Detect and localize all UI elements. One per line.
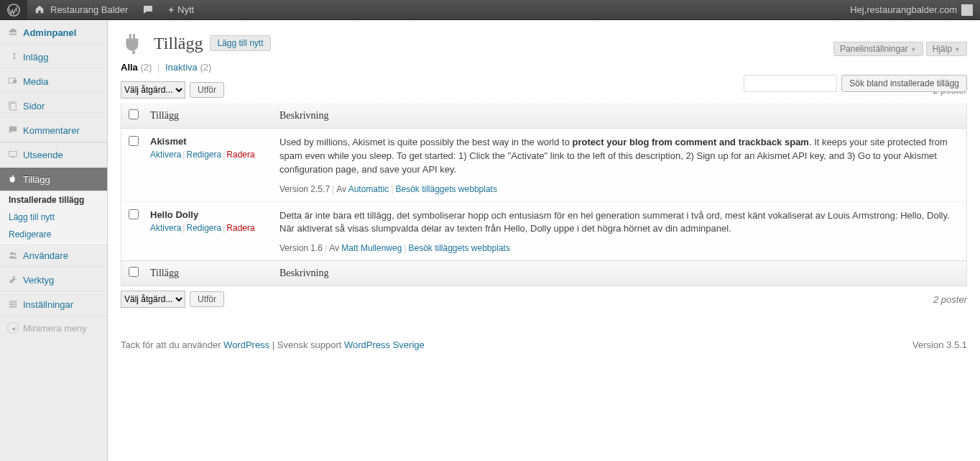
sidebar-item-comments[interactable]: Kommentarer <box>0 118 107 142</box>
collapse-menu[interactable]: ◂ Minimera meny <box>0 316 107 339</box>
activate-link[interactable]: Aktivera <box>150 223 181 233</box>
sidebar-label: Inlägg <box>23 52 48 63</box>
akismet-signup-link[interactable]: Sign up for an Akismet API key <box>697 150 824 161</box>
plugins-page-icon <box>121 30 147 56</box>
bulk-apply-bottom[interactable]: Utför <box>190 291 224 307</box>
svg-rect-6 <box>11 157 14 158</box>
plugin-search-input[interactable] <box>744 75 837 92</box>
comments-icon <box>7 124 19 136</box>
svg-point-12 <box>10 301 12 303</box>
sidebar-label: Adminpanel <box>23 27 76 38</box>
sidebar-item-settings[interactable]: Inställningar <box>0 292 107 316</box>
collapse-label: Minimera meny <box>23 323 87 334</box>
sidebar-item-dashboard[interactable]: Adminpanel <box>0 20 107 45</box>
svg-point-13 <box>13 303 15 306</box>
my-account[interactable]: Hej, restaurangbalder.com <box>843 0 980 19</box>
edit-link[interactable]: Redigera <box>186 223 221 233</box>
plugin-row: Hello Dolly Aktivera|Redigera|Radera Det… <box>121 201 967 261</box>
delete-link[interactable]: Radera <box>226 150 254 160</box>
avatar <box>961 4 973 16</box>
tools-icon <box>7 274 19 286</box>
svg-point-8 <box>14 253 17 256</box>
col-desc-footer[interactable]: Beskrivning <box>274 261 967 286</box>
sidebar-label: Användare <box>23 250 68 261</box>
submenu-installed-plugins[interactable]: Installerade tillägg <box>0 191 107 209</box>
filter-inactive[interactable]: Inaktiva <box>165 62 198 73</box>
submenu-plugin-editor[interactable]: Redigerare <box>0 226 107 243</box>
add-new-plugin-button[interactable]: Lägg till nytt <box>210 35 270 51</box>
select-plugin-checkbox[interactable] <box>129 209 139 219</box>
new-content[interactable]: + Nytt <box>161 0 201 19</box>
wordpress-link[interactable]: WordPress <box>223 339 269 350</box>
plugin-meta: Version 1.6|Av Matt Mullenweg|Besök till… <box>279 243 961 253</box>
plugin-author-link[interactable]: Automattic <box>348 184 389 194</box>
plugin-description: Used by millions, Akismet is quite possi… <box>279 136 961 177</box>
select-plugin-checkbox[interactable] <box>129 136 139 146</box>
sidebar-label: Verktyg <box>23 275 54 286</box>
bulk-apply-top[interactable]: Utför <box>190 82 224 98</box>
plugin-site-link[interactable]: Besök tilläggets webbplats <box>408 243 509 253</box>
sidebar-item-posts[interactable]: Inlägg <box>0 45 107 69</box>
users-icon <box>7 250 19 261</box>
sidebar-item-appearance[interactable]: Utseende <box>0 142 107 167</box>
collapse-icon: ◂ <box>7 322 19 334</box>
submenu-add-new-plugin[interactable]: Lägg till nytt <box>0 209 107 226</box>
dashboard-icon <box>7 27 19 38</box>
bulk-action-select-bottom[interactable]: Välj åtgärd... <box>121 291 185 308</box>
delete-link[interactable]: Radera <box>226 223 254 233</box>
col-plugin-header[interactable]: Tillägg <box>144 104 274 129</box>
col-plugin-footer[interactable]: Tillägg <box>144 261 274 286</box>
filter-all[interactable]: Alla <box>121 62 138 73</box>
sidebar-label: Media <box>23 76 48 87</box>
wp-version: Version 3.5.1 <box>912 339 967 350</box>
comments-bubble[interactable] <box>135 0 161 19</box>
sidebar-item-tools[interactable]: Verktyg <box>0 268 107 292</box>
plugin-site-link[interactable]: Besök tilläggets webbplats <box>395 184 496 194</box>
plugin-version: Version 1.6 <box>279 243 323 253</box>
settings-icon <box>7 298 19 310</box>
activate-link[interactable]: Aktivera <box>150 150 181 160</box>
site-name-link[interactable]: Restaurang Balder <box>27 0 135 19</box>
sidebar-item-users[interactable]: Användare <box>0 243 107 268</box>
sidebar-item-media[interactable]: Media <box>0 69 107 93</box>
col-desc-header[interactable]: Beskrivning <box>274 104 967 129</box>
footer-thanks: Tack för att du använder WordPress | Sve… <box>121 339 425 350</box>
sidebar-item-plugins[interactable]: Tillägg <box>0 167 107 191</box>
svg-rect-5 <box>9 152 17 157</box>
media-icon <box>7 76 19 87</box>
chevron-down-icon: ▼ <box>954 46 961 53</box>
screen-options-tab[interactable]: Panelinställningar▼ <box>833 42 923 56</box>
user-display-name: restaurangbalder.com <box>866 4 957 15</box>
plugin-search-button[interactable]: Sök bland installerade tillägg <box>841 75 967 92</box>
plus-icon: + <box>168 4 174 15</box>
new-label: Nytt <box>177 4 194 15</box>
select-all-bottom[interactable] <box>129 267 139 277</box>
plugin-author-link[interactable]: Matt Mullenweg <box>341 243 402 253</box>
plugins-icon <box>7 173 19 185</box>
wp-sverige-link[interactable]: WordPress Sverige <box>344 339 425 350</box>
pages-icon <box>7 100 19 111</box>
howdy-prefix: Hej, <box>850 4 866 15</box>
plugin-name: Hello Dolly <box>150 209 198 220</box>
appearance-icon <box>7 149 19 160</box>
sidebar-label: Kommentarer <box>23 125 80 136</box>
chevron-down-icon: ▼ <box>910 46 917 53</box>
help-tab[interactable]: Hjälp▼ <box>926 42 967 56</box>
filter-all-count: (2) <box>140 62 152 73</box>
plugin-meta: Version 2.5.7|Av Automattic|Besök tilläg… <box>279 184 961 194</box>
sidebar-label: Sidor <box>23 101 45 111</box>
sidebar-item-pages[interactable]: Sidor <box>0 93 107 118</box>
home-icon <box>34 4 46 16</box>
svg-rect-4 <box>11 104 17 111</box>
plugin-version: Version 2.5.7 <box>279 184 330 194</box>
svg-point-14 <box>11 306 13 308</box>
edit-link[interactable]: Redigera <box>186 150 221 160</box>
plugin-name: Akismet <box>150 136 187 147</box>
plugins-submenu: Installerade tillägg Lägg till nytt Redi… <box>0 191 107 243</box>
sidebar-label: Inställningar <box>23 299 73 310</box>
select-all-top[interactable] <box>129 109 139 119</box>
plugin-row: Akismet Aktivera|Redigera|Radera Used by… <box>121 129 967 202</box>
site-name-text: Restaurang Balder <box>50 4 128 15</box>
bulk-action-select-top[interactable]: Välj åtgärd... <box>121 81 185 99</box>
wp-logo[interactable] <box>0 0 27 19</box>
